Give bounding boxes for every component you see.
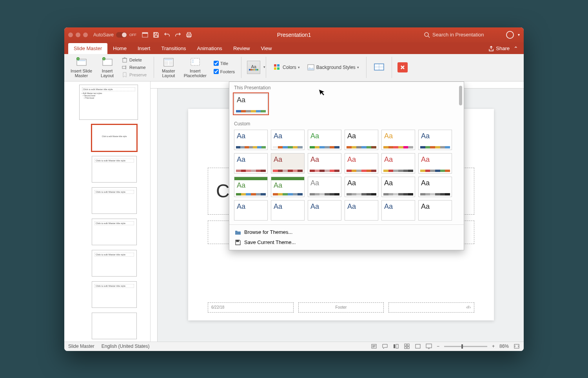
thumbnails-panel[interactable]: 1 Click to edit Master title style • Edi… [64,81,151,342]
theme-custom-5[interactable]: Aa [418,130,452,150]
save-icon[interactable] [153,32,159,38]
layout-thumbnail-6[interactable]: Click to edit Master title style [92,281,137,308]
minimize-window-button[interactable] [76,33,80,37]
sorter-view-icon[interactable] [404,343,410,349]
svg-rect-30 [236,240,239,242]
undo-icon[interactable] [164,32,170,38]
chevron-down-icon: ▾ [263,65,265,69]
save-theme-button[interactable]: Save Current Theme... [229,237,464,248]
theme-custom-20[interactable]: Aa [308,200,341,221]
theme-custom-16[interactable]: Aa [381,177,415,197]
redo-icon[interactable] [175,32,181,38]
master-layout-button[interactable]: Master Layout [160,56,178,79]
tab-slide-master[interactable]: Slide Master [68,43,107,54]
master-layout-icon [163,57,174,68]
print-icon[interactable] [186,32,192,38]
layout-thumbnail-1[interactable]: Click to edit Master title style [92,125,137,151]
date-placeholder[interactable]: 6/22/18 [208,302,294,313]
theme-custom-14[interactable]: Aa [308,177,341,197]
slideshow-icon[interactable] [426,343,432,349]
layout-thumbnail-2[interactable]: Click to edit Master title style [92,156,137,183]
normal-view-icon[interactable] [393,343,399,349]
close-icon [400,65,405,70]
reading-view-icon[interactable] [415,343,421,349]
insert-layout-button[interactable]: + Insert Layout [98,56,116,79]
theme-custom-6[interactable]: Aa [234,153,268,174]
feedback-icon[interactable] [506,31,514,39]
zoom-window-button[interactable] [83,33,88,37]
title-checkbox[interactable]: Title [213,60,236,67]
theme-custom-9[interactable]: Aa [345,153,378,174]
zoom-slider[interactable] [444,346,487,347]
theme-custom-22[interactable]: Aa [381,200,415,221]
delete-button[interactable]: Delete [120,56,148,63]
insert-slide-master-button[interactable]: + Insert Slide Master [68,56,94,79]
share-button[interactable]: Share [488,45,510,52]
tab-animations[interactable]: Animations [192,43,228,54]
rename-button[interactable]: Rename [120,64,148,71]
preserve-button[interactable]: Preserve [120,71,148,78]
notes-icon[interactable] [371,343,377,349]
tab-transitions[interactable]: Transitions [156,43,191,54]
layout-thumbnail-4[interactable]: Click to edit Master title style [92,219,137,245]
fit-icon[interactable] [514,343,520,349]
background-styles-button[interactable]: Background Styles ▾ [305,63,361,72]
close-window-button[interactable] [68,33,73,37]
theme-custom-15[interactable]: Aa [345,177,378,197]
svg-rect-19 [165,61,168,65]
autosave-toggle[interactable]: AutoSave OFF [93,32,136,38]
theme-custom-13[interactable]: Aa [271,177,305,197]
theme-custom-12[interactable]: Aa [234,177,268,197]
svg-rect-26 [274,67,276,70]
autosave-switch[interactable] [116,32,127,38]
theme-custom-17[interactable]: Aa [418,177,452,197]
theme-custom-1[interactable]: Aa [271,130,305,150]
slidenum-placeholder[interactable]: ‹#› [388,302,474,313]
theme-custom-2[interactable]: Aa [308,130,341,150]
theme-custom-4[interactable]: Aa [381,130,415,150]
home-icon[interactable] [142,32,148,38]
layout-thumbnail-7[interactable] [92,313,137,339]
zoom-value[interactable]: 86% [499,344,509,349]
popup-scrollbar[interactable] [459,85,463,226]
search-box[interactable]: Search in Presentation [424,32,502,38]
tab-home[interactable]: Home [107,43,132,54]
svg-text:+: + [103,58,105,60]
slide-master-icon: + [76,57,87,68]
theme-custom-23[interactable]: Aa [418,200,452,221]
status-language[interactable]: English (United States) [102,344,150,349]
insert-placeholder-button[interactable]: Insert Placeholder [181,56,209,79]
slide-size-button[interactable] [372,60,386,75]
app-window: AutoSave OFF Presentation1 Search in Pre… [64,27,524,351]
colors-button[interactable]: Colors ▾ [272,63,301,72]
theme-custom-0[interactable]: Aa [234,130,268,150]
browse-themes-button[interactable]: Browse for Themes... [229,227,464,237]
theme-custom-19[interactable]: Aa [271,200,305,221]
layout-thumbnail-5[interactable]: Click to edit Master title style [92,250,137,277]
zoom-in-button[interactable]: + [492,344,495,349]
theme-custom-7[interactable]: Aa [271,153,305,174]
footers-checkbox[interactable]: Footers [213,68,236,75]
tab-view[interactable]: View [256,43,278,54]
theme-current[interactable]: Aa [234,94,268,114]
theme-custom-21[interactable]: Aa [345,200,378,221]
theme-custom-8[interactable]: Aa [308,153,341,174]
collapse-ribbon-icon[interactable]: ⌃ [514,45,518,52]
themes-dropdown[interactable]: Aa ▾ [247,61,260,74]
tab-insert[interactable]: Insert [132,43,156,54]
placeholder-icon [190,57,201,68]
layout-thumbnail-3[interactable]: Click to edit Master title style [92,187,137,214]
tab-review[interactable]: Review [228,43,256,54]
footer-placeholder[interactable]: Footer [298,302,384,313]
comments-icon[interactable] [382,343,388,349]
close-master-button[interactable] [397,62,408,72]
editor-area: C 6/22/18 Footer ‹#› This Presentation [151,81,524,342]
theme-custom-10[interactable]: Aa [381,153,415,174]
master-thumbnail[interactable]: Click to edit Master title style • Edit … [79,85,138,120]
theme-custom-11[interactable]: Aa [418,153,452,174]
theme-custom-3[interactable]: Aa [345,130,378,150]
zoom-out-button[interactable]: − [437,344,439,349]
account-caret[interactable]: ▾ [518,33,520,37]
theme-custom-18[interactable]: Aa [234,200,268,221]
custom-themes-grid: AaAaAaAaAaAaAaAaAaAaAaAaAaAaAaAaAaAaAaAa… [229,128,464,224]
